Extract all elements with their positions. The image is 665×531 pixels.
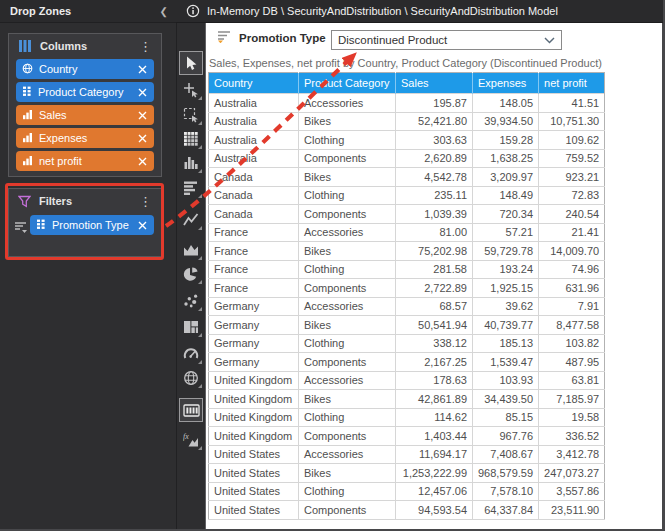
filter-element-icon [14,215,30,237]
table-row[interactable]: United StatesBikes1,253,222.99968,579.59… [209,464,605,483]
table-cell: 148.05 [473,94,539,113]
table-cell: 3,412.78 [539,445,605,464]
table-cell: 52,421.80 [396,112,473,131]
table-row[interactable]: GermanyComponents2,167.251,539.47487.95 [209,353,605,372]
table-row[interactable]: FranceClothing281.58193.2474.96 [209,260,605,279]
table-row[interactable]: GermanyAccessories68.5739.627.91 [209,297,605,316]
table-cell: 19.58 [539,408,605,427]
column-field-chip[interactable]: Expenses [16,128,154,148]
table-row[interactable]: United KingdomAccessories178.63103.9363.… [209,371,605,390]
table-cell: Clothing [299,131,396,150]
remove-field-icon[interactable] [138,65,147,74]
table-cell: 2,620.89 [396,149,473,168]
table-row[interactable]: CanadaComponents1,039.39720.34240.54 [209,205,605,224]
marquee-select-tool-icon[interactable] [183,107,199,123]
filters-menu-icon[interactable]: ⋮ [136,195,155,208]
table-cell: United Kingdom [209,371,299,390]
column-field-chip[interactable]: net profit [16,151,154,171]
table-cell: 94,593.54 [396,501,473,520]
table-cell: Clothing [299,260,396,279]
columns-menu-icon[interactable]: ⋮ [136,40,155,53]
pie-chart-item-icon[interactable] [183,266,199,282]
table-row[interactable]: FranceAccessories81.0057.2121.41 [209,223,605,242]
table-row[interactable]: AustraliaClothing303.63159.28109.62 [209,131,605,150]
table-row[interactable]: CanadaBikes4,542.783,209.97923.21 [209,168,605,187]
calculated-field-item-icon[interactable]: fx [183,432,199,448]
table-row[interactable]: FranceComponents2,722.891,925.15631.96 [209,279,605,298]
remove-field-icon[interactable] [138,157,147,166]
table-cell: France [209,260,299,279]
table-cell: 1,403.44 [396,427,473,446]
column-field-chip[interactable]: Product Category [16,82,154,102]
column-header[interactable]: Product Category [299,73,396,94]
filters-panel: Filters ⋮ Promotion Type [8,188,162,257]
table-cell: 759.52 [539,149,605,168]
table-row[interactable]: FranceBikes75,202.9859,729.7814,009.70 [209,242,605,261]
table-cell: France [209,242,299,261]
collapse-sidebar-icon[interactable]: ❮ [160,6,168,17]
table-cell: Canada [209,186,299,205]
table-row[interactable]: United StatesComponents94,593.5464,337.8… [209,501,605,520]
column-field-chip[interactable]: Sales [16,105,154,125]
remove-field-icon[interactable] [138,134,147,143]
table-row[interactable]: GermanyClothing338.12185.13103.82 [209,334,605,353]
table-cell: 193.24 [473,260,539,279]
bar-chart-item-icon[interactable] [183,180,199,196]
table-cell: United Kingdom [209,390,299,409]
line-chart-item-icon[interactable] [183,212,199,228]
table-cell: United States [209,501,299,520]
table-cell: 42,861.89 [396,390,473,409]
table-row[interactable]: United KingdomComponents1,403.44967.7633… [209,427,605,446]
column-header[interactable]: net profit [539,73,605,94]
filter-list-icon [217,29,231,47]
table-cell: Germany [209,334,299,353]
remove-field-icon[interactable] [138,111,147,120]
column-header[interactable]: Expenses [473,73,539,94]
table-cell: Canada [209,205,299,224]
svg-text:fx: fx [183,432,189,441]
table-cell: Bikes [299,390,396,409]
table-cell: 103.93 [473,371,539,390]
scatter-chart-item-icon[interactable] [183,293,199,309]
table-row[interactable]: United StatesAccessories11,694.177,408.6… [209,445,605,464]
table-cell: Australia [209,131,299,150]
table-row[interactable]: AustraliaComponents2,620.891,638.25759.5… [209,149,605,168]
table-cell: 14,009.70 [539,242,605,261]
table-cell: Accessories [299,371,396,390]
column-chart-item-icon[interactable] [183,155,199,171]
table-row[interactable]: AustraliaBikes52,421.8039,934.5010,751.3… [209,112,605,131]
table-cell: 10,751.30 [539,112,605,131]
table-cell: Australia [209,149,299,168]
remove-field-icon[interactable] [138,221,147,230]
table-row[interactable]: United KingdomBikes42,861.8934,439.507,1… [209,390,605,409]
table-cell: 7,408.67 [473,445,539,464]
remove-field-icon[interactable] [138,88,147,97]
table-cell: Bikes [299,112,396,131]
treemap-item-icon[interactable] [183,319,199,335]
grid-item-icon[interactable] [179,398,203,422]
table-cell: United Kingdom [209,408,299,427]
table-cell: Bikes [299,464,396,483]
table-cell: Components [299,279,396,298]
table-cell: 81.00 [396,223,473,242]
dropdown-corner-icon [198,307,202,311]
gauge-item-icon[interactable] [183,346,199,362]
filter-field-chip[interactable]: Promotion Type [30,215,154,235]
pointer-tool-icon[interactable] [179,51,203,75]
table-row[interactable]: CanadaClothing235.11148.4972.83 [209,186,605,205]
table-cell: Clothing [299,334,396,353]
map-item-icon[interactable] [183,370,199,386]
column-header[interactable]: Country [209,73,299,94]
promotion-type-combobox[interactable]: Discontinued Product [331,30,562,50]
table-row[interactable]: United KingdomClothing114.6285.1519.58 [209,408,605,427]
range-chart-item-icon[interactable] [183,242,199,258]
chevron-down-icon[interactable] [544,37,555,44]
column-header[interactable]: Sales [396,73,473,94]
pivot-grid-item-icon[interactable] [183,131,199,147]
pan-tool-icon[interactable] [183,82,199,98]
table-row[interactable]: AustraliaAccessories195.87148.0541.51 [209,94,605,113]
table-row[interactable]: GermanyBikes50,541.9440,739.778,477.58 [209,316,605,335]
column-field-chip[interactable]: Country [16,59,154,79]
table-row[interactable]: United StatesClothing12,457.067,578.103,… [209,482,605,501]
table-cell: Accessories [299,223,396,242]
